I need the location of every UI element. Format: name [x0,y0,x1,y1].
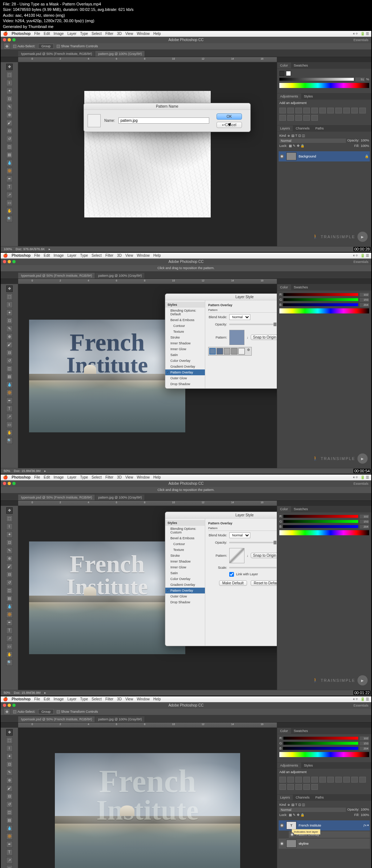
slider-gray[interactable] [279,78,354,81]
menu-view[interactable]: View [125,32,133,36]
pen-tool[interactable]: ✒ [6,176,13,182]
snap-button[interactable]: Snap to Origin [251,335,277,340]
timestamp: 00:00:28 [353,247,371,251]
path-tool[interactable]: ↗ [6,192,13,198]
blur-tool[interactable]: 💧 [6,160,13,166]
auto-select-checkbox[interactable] [13,45,16,48]
doc-tab-pattern[interactable]: pattern.jpg @ 100% (Gray/8#) [95,273,145,279]
pattern-name-input[interactable] [118,117,209,124]
pattern-picker[interactable] [229,330,244,345]
history-brush[interactable]: ↺ [6,136,13,142]
val-gray[interactable]: 51 [355,77,365,81]
file-line: File: 28 - Using Type as a Mask - Patter… [3,1,369,7]
doc-tab-pattern[interactable]: pattern.jpg @ 100% (Gray/8#) [95,51,145,57]
text-layer: French Institute [29,331,185,375]
apple-icon[interactable]: 🍎 [3,31,8,36]
dodge-tool[interactable]: 🔆 [6,168,13,174]
hand-tool[interactable]: ✋ [6,208,13,214]
fg-swatch[interactable] [279,71,284,76]
tab-paths[interactable]: Paths [312,125,327,131]
apple-icon[interactable]: 🍎 [3,253,8,258]
tools-panel[interactable]: ✥ ⬚ ⌇ ✦ ⊡ ✎ ⊕ 🖌 ⊟ ↺ ◫ ▤ 💧 🔆 ✒ T ↗ ▭ ✋ 🔍 [1,62,18,246]
eraser-tool[interactable]: ◫ [6,144,13,150]
pattern-thumb [88,114,101,127]
tab-channels[interactable]: Channels [293,125,312,131]
window-controls[interactable] [3,38,16,41]
text-layer-icon: T [286,821,296,829]
tab-styles[interactable]: Styles [301,93,316,99]
adjustment-icons[interactable] [277,106,371,122]
menu-edit[interactable]: Edit [44,32,50,36]
mac-menubar[interactable]: 🍎 Photoshop FileEditImageLayerTypeSelect… [1,253,371,259]
visibility-icon[interactable] [280,154,284,159]
tooltip: Indicates text layer [292,829,320,835]
menu-type[interactable]: Type [80,32,88,36]
tab-layers[interactable]: Layers [277,125,293,131]
canvas-document[interactable]: French Institute [29,320,185,432]
watermark: 🚶TRAINSIMPLE▸ [313,232,368,242]
layer-background[interactable]: Background 🔒 [279,151,370,161]
menu-3d[interactable]: 3D [117,32,122,36]
styles-list[interactable]: Styles Blending Options: Default Bevel &… [165,300,205,388]
shape-tool[interactable]: ▭ [6,200,13,206]
layers-list[interactable]: Background 🔒 [277,150,371,164]
blend-mode-select[interactable]: Normal [229,314,250,320]
doc-tab-typemask[interactable]: typemask.psd @ 50% (French Institute, RG… [18,51,95,57]
document-tabs: typemask.psd @ 50% (French Institute, RG… [1,50,371,57]
auto-select-dropdown[interactable]: Group [38,44,54,49]
zoom-level[interactable]: 100% [4,247,12,251]
bg-swatch[interactable] [286,71,291,76]
transform-label: Show Transform Controls [61,44,98,48]
fill-value[interactable]: 100% [361,144,369,148]
move-tool[interactable]: ✥ [6,64,13,70]
lasso-tool[interactable]: ⌇ [6,80,13,86]
menu-window[interactable]: Window [137,32,150,36]
canvas-area[interactable]: Pattern Name Name: OK ↩Cancel [18,62,277,246]
gradient-tool[interactable]: ▤ [6,152,13,158]
transform-checkbox[interactable] [57,45,60,48]
ok-button[interactable]: OK [217,113,242,120]
mac-menubar[interactable]: 🍎 Photoshop File Edit Image Layer Type S… [1,31,371,37]
menu-file[interactable]: File [34,32,40,36]
tools-panel[interactable]: ✥⬚⌇✦⊡✎⊕🖌⊟↺◫▤💧🔆✒T↗▭✋🔍 [1,284,18,468]
layer-skyline[interactable]: skyline [279,839,370,849]
spectrum[interactable] [279,83,369,88]
menu-help[interactable]: Help [153,32,161,36]
marquee-tool[interactable]: ⬚ [6,72,13,78]
pattern-picker[interactable] [229,548,244,563]
lock-icon: 🔒 [365,155,369,158]
blend-mode-select[interactable]: Normal [279,139,346,143]
menu-filter[interactable]: Filter [105,32,113,36]
wand-tool[interactable]: ✦ [6,88,13,94]
zoom-tool[interactable]: 🔍 [6,216,13,222]
tab-color[interactable]: Color [277,63,291,68]
ruler-horizontal: 0246810121416 [18,57,277,62]
mac-status-icons: ◐ ᯤ 🔋 ☰ [353,32,369,36]
opacity-value[interactable]: 100% [361,139,369,143]
menu-select[interactable]: Select [92,32,102,36]
workspace-label[interactable]: Essentials [353,38,368,42]
cursor-icon [229,122,233,128]
eyedropper-tool[interactable]: ✎ [6,104,13,110]
type-tool[interactable]: T [6,184,13,190]
reset-default-button[interactable]: Reset to Default [251,580,277,586]
make-default-button[interactable]: Make Default [219,580,247,586]
menu-image[interactable]: Image [54,32,64,36]
gear-icon[interactable]: ⚙ [247,348,250,355]
ps-titlebar: Adobe Photoshop CC Essentials [1,37,371,43]
heal-tool[interactable]: ⊕ [6,112,13,118]
link-layer-checkbox[interactable] [229,572,234,577]
brush-tool[interactable]: 🖌 [6,120,13,126]
menu-app[interactable]: Photoshop [12,32,31,36]
stamp-tool[interactable]: ⊟ [6,128,13,134]
tab-adjustments[interactable]: Adjustments [277,93,301,99]
canvas-area[interactable]: French Institute Layer Style Styles Blen… [18,284,277,468]
menu-layer[interactable]: Layer [67,32,76,36]
color-panel[interactable]: 51% [277,69,371,90]
doc-tab-typemask[interactable]: typemask.psd @ 50% (French Institute, RG… [18,273,95,279]
app-title: Adobe Photoshop CC [169,38,204,42]
pattern-overlay-item[interactable]: Pattern Overlay [165,369,205,375]
crop-tool[interactable]: ⊡ [6,96,13,102]
tab-swatches[interactable]: Swatches [291,63,311,68]
pattern-dropdown[interactable]: ⚙ [208,347,252,356]
